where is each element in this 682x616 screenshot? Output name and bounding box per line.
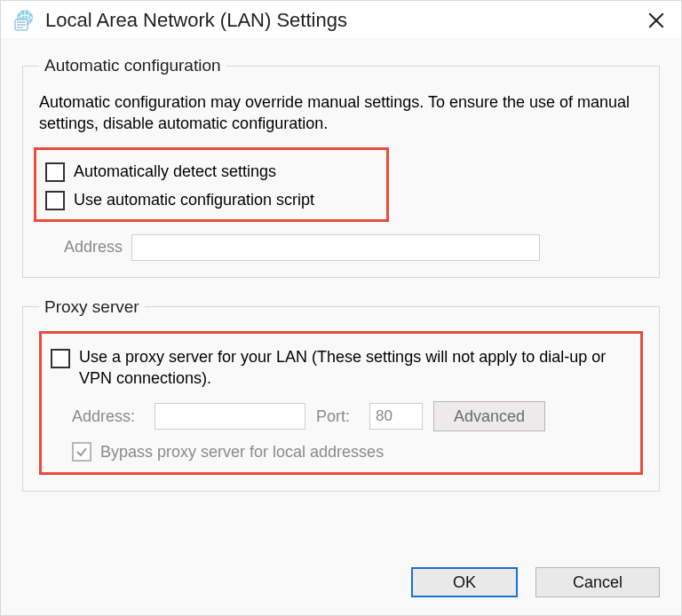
close-button[interactable] <box>644 8 669 33</box>
use-proxy-checkbox[interactable] <box>51 349 70 368</box>
auto-script-row[interactable]: Use automatic configuration script <box>45 191 377 210</box>
dialog-title: Local Area Network (LAN) Settings <box>45 9 644 32</box>
bypass-proxy-checkbox <box>72 442 91 462</box>
dialog-footer: OK Cancel <box>411 567 660 597</box>
auto-script-label: Use automatic configuration script <box>74 191 314 209</box>
proxy-port-label: Port: <box>316 407 350 426</box>
auto-script-checkbox[interactable] <box>45 191 65 210</box>
ok-button[interactable]: OK <box>411 567 518 597</box>
bypass-proxy-label: Bypass proxy server for local addresses <box>100 443 384 462</box>
dialog-body: Automatic configuration Automatic config… <box>1 38 681 492</box>
proxy-highlight-box: Use a proxy server for your LAN (These s… <box>39 331 643 476</box>
lan-settings-icon <box>13 9 36 32</box>
use-proxy-row[interactable]: Use a proxy server for your LAN (These s… <box>51 346 631 390</box>
auto-detect-label: Automatically detect settings <box>74 162 276 181</box>
use-proxy-label: Use a proxy server for your LAN (These s… <box>79 346 631 390</box>
auto-detect-checkbox[interactable] <box>45 162 65 182</box>
proxy-address-label: Address: <box>72 407 135 426</box>
auto-detect-row[interactable]: Automatically detect settings <box>45 162 377 182</box>
bypass-proxy-row: Bypass proxy server for local addresses <box>72 442 631 462</box>
automatic-configuration-description: Automatic configuration may override man… <box>39 91 643 135</box>
proxy-server-legend: Proxy server <box>39 297 145 317</box>
proxy-server-group: Proxy server Use a proxy server for your… <box>22 297 660 493</box>
titlebar: Local Area Network (LAN) Settings <box>1 1 681 38</box>
automatic-configuration-legend: Automatic configuration <box>39 56 226 75</box>
proxy-port-input <box>369 403 423 430</box>
check-icon <box>75 446 88 458</box>
proxy-address-input <box>155 403 305 430</box>
cancel-button[interactable]: Cancel <box>535 567 660 597</box>
close-icon <box>648 12 664 28</box>
lan-settings-dialog: Local Area Network (LAN) Settings Automa… <box>0 0 682 616</box>
auto-highlight-box: Automatically detect settings Use automa… <box>34 147 389 222</box>
auto-address-row: Address <box>64 234 643 261</box>
proxy-address-port-row: Address: Port: Advanced <box>72 401 631 431</box>
advanced-button: Advanced <box>433 401 545 431</box>
automatic-configuration-group: Automatic configuration Automatic config… <box>22 56 660 278</box>
auto-address-label: Address <box>64 238 123 257</box>
auto-address-input <box>131 234 540 261</box>
